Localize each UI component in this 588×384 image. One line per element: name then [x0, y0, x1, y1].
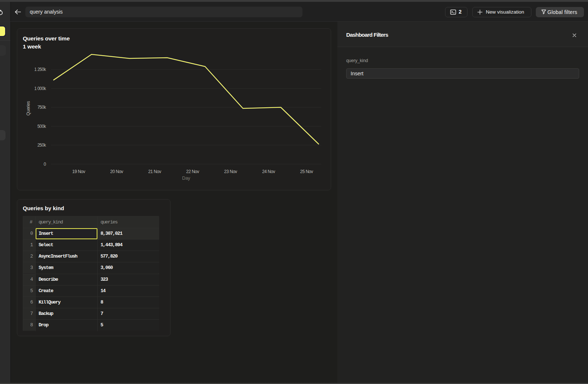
svg-text:750k: 750k [37, 105, 47, 110]
svg-text:Day: Day [182, 176, 190, 181]
svg-text:250k: 250k [37, 143, 47, 148]
svg-text:19 Nov: 19 Nov [72, 169, 85, 174]
svg-text:23 Nov: 23 Nov [224, 169, 237, 174]
svg-text:21 Nov: 21 Nov [148, 169, 161, 174]
svg-text:Queries: Queries [26, 101, 31, 116]
svg-text:25 Nov: 25 Nov [300, 169, 313, 174]
svg-text:20 Nov: 20 Nov [110, 169, 123, 174]
svg-text:24 Nov: 24 Nov [262, 169, 275, 174]
svg-text:0: 0 [44, 162, 46, 167]
svg-text:500k: 500k [37, 124, 47, 129]
svg-text:22 Nov: 22 Nov [186, 169, 199, 174]
svg-text:1 000k: 1 000k [34, 86, 46, 91]
svg-text:1 250k: 1 250k [34, 67, 46, 72]
